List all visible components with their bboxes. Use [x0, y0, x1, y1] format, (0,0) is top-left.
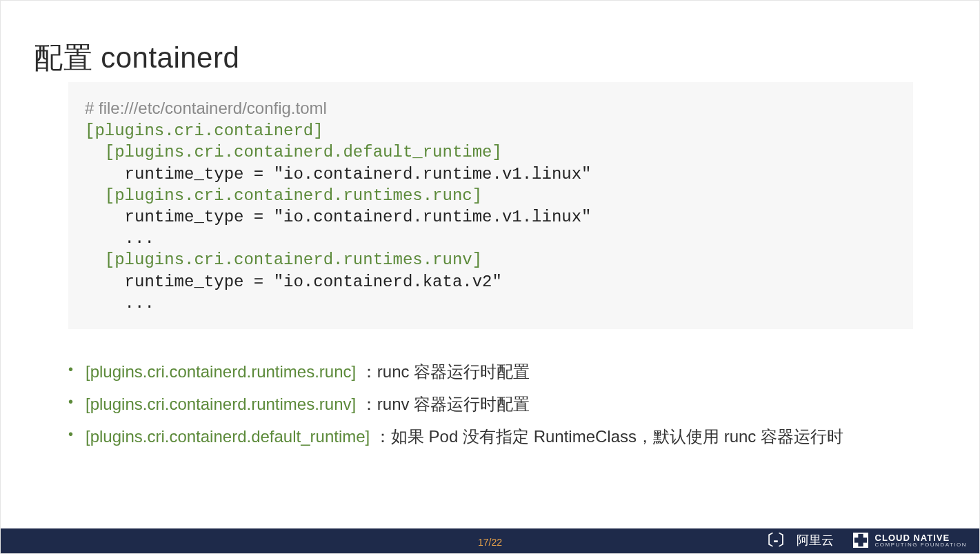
code-line: ...	[125, 294, 154, 313]
bullet-key: [plugins.cri.containerd.runtimes.runv]	[86, 395, 356, 413]
footer-logos: 〔-〕 阿里云 CLOUD NATIVE COMPUTING FOUNDATIO…	[759, 530, 967, 551]
code-section: [plugins.cri.containerd.default_runtime]	[105, 143, 502, 161]
code-comment: # file:///etc/containerd/config.toml	[85, 99, 327, 117]
bullet-text: ：runc 容器运行时配置	[356, 362, 530, 381]
aliyun-logo: 〔-〕 阿里云	[759, 530, 833, 551]
code-line: runtime_type = "io.containerd.runtime.v1…	[125, 165, 592, 184]
code-line: runtime_type = "io.containerd.kata.v2"	[125, 273, 502, 291]
cncf-icon	[853, 533, 868, 548]
bullet-text: ：runv 容器运行时配置	[356, 395, 530, 413]
svg-rect-4	[863, 543, 867, 547]
svg-rect-3	[854, 543, 858, 547]
code-section: [plugins.cri.containerd]	[85, 121, 323, 140]
list-item: • [plugins.cri.containerd.runtimes.runv]…	[68, 388, 861, 421]
bullet-list: • [plugins.cri.containerd.runtimes.runc]…	[68, 356, 861, 453]
bullet-text: ：如果 Pod 没有指定 RuntimeClass，默认使用 runc 容器运行…	[370, 427, 843, 446]
code-section: [plugins.cri.containerd.runtimes.runc]	[105, 186, 482, 205]
aliyun-text: 阿里云	[797, 532, 834, 548]
cncf-logo: CLOUD NATIVE COMPUTING FOUNDATION	[853, 533, 967, 548]
code-line: runtime_type = "io.containerd.runtime.v1…	[125, 208, 592, 226]
list-item: • [plugins.cri.containerd.runtimes.runc]…	[68, 356, 861, 388]
svg-rect-1	[854, 533, 858, 537]
code-line: ...	[125, 229, 154, 248]
bullet-icon: •	[68, 356, 73, 383]
bullet-icon: •	[68, 388, 73, 415]
svg-rect-2	[863, 533, 867, 537]
list-item: • [plugins.cri.containerd.default_runtim…	[68, 421, 861, 453]
code-section: [plugins.cri.containerd.runtimes.runv]	[105, 250, 482, 269]
slide-footer: 17/22 〔-〕 阿里云 CLOUD NATIVE COMPUTING FOU…	[1, 528, 979, 553]
bullet-key: [plugins.cri.containerd.default_runtime]	[86, 427, 370, 446]
slide-title: 配置 containerd	[34, 39, 239, 77]
cncf-text-top: CLOUD NATIVE	[875, 533, 967, 542]
bullet-key: [plugins.cri.containerd.runtimes.runc]	[86, 362, 356, 381]
cncf-text-bottom: COMPUTING FOUNDATION	[875, 542, 967, 548]
slide: 配置 containerd # file:///etc/containerd/c…	[0, 0, 980, 554]
aliyun-icon: 〔-〕	[759, 530, 790, 551]
code-block: # file:///etc/containerd/config.toml [pl…	[68, 82, 913, 329]
bullet-icon: •	[68, 421, 73, 448]
